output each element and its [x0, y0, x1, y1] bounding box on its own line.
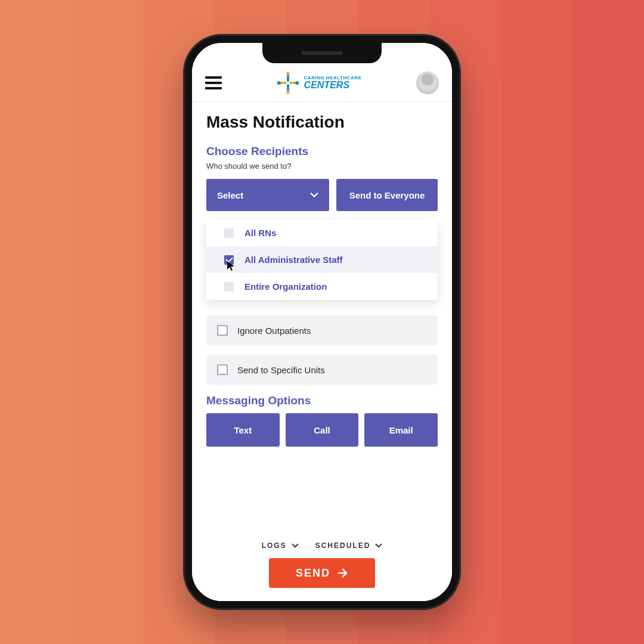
recipient-option-label: All Administrative Staff: [244, 255, 342, 265]
svg-point-3: [295, 81, 299, 85]
menu-icon[interactable]: [205, 76, 222, 89]
ignore-outpatients-toggle[interactable]: Ignore Outpatients: [206, 315, 438, 345]
messaging-call-button[interactable]: Call: [286, 413, 359, 447]
recipients-dropdown-panel: All RNs All Administrative Staff Entire …: [206, 219, 438, 300]
messaging-text-button[interactable]: Text: [206, 413, 280, 447]
ignore-outpatients-label: Ignore Outpatients: [237, 326, 311, 336]
recipients-title: Choose Recipients: [206, 145, 438, 158]
checkbox-icon: [217, 364, 228, 375]
checkbox-icon: [217, 325, 228, 336]
svg-point-2: [277, 81, 280, 85]
specific-units-label: Send to Specific Units: [237, 365, 325, 375]
recipient-option-entire-org[interactable]: Entire Organization: [206, 273, 438, 300]
brand-mark-icon: [277, 72, 299, 94]
select-recipients-dropdown[interactable]: Select: [206, 179, 329, 211]
logs-dropdown[interactable]: LOGS: [262, 541, 299, 550]
recipient-option-all-rns[interactable]: All RNs: [206, 219, 438, 246]
specific-units-toggle[interactable]: Send to Specific Units: [206, 355, 438, 385]
avatar[interactable]: [416, 72, 439, 94]
checkbox-icon: [224, 228, 234, 238]
send-button[interactable]: SEND: [269, 558, 375, 588]
phone-notch: [262, 43, 382, 63]
recipient-option-admin-staff[interactable]: All Administrative Staff: [206, 246, 438, 273]
brand-logo: CARING HEALTHCARE CENTERS: [277, 72, 362, 94]
recipient-option-label: Entire Organization: [244, 281, 327, 292]
recipients-subtitle: Who should we send to?: [206, 162, 438, 171]
scheduled-dropdown[interactable]: SCHEDULED: [315, 541, 383, 550]
chevron-down-icon: [375, 542, 382, 549]
send-to-everyone-button[interactable]: Send to Everyone: [336, 179, 438, 211]
page-title: Mass Notification: [206, 113, 438, 132]
app-header: CARING HEALTHCARE CENTERS: [192, 69, 452, 102]
select-label: Select: [217, 190, 243, 200]
chevron-down-icon: [292, 542, 299, 549]
messaging-options-title: Messaging Options: [206, 394, 438, 407]
svg-point-1: [286, 90, 290, 94]
svg-point-0: [286, 72, 290, 76]
brand-line2: CENTERS: [304, 80, 362, 90]
checkbox-checked-icon: [224, 255, 234, 265]
chevron-down-icon: [310, 191, 318, 199]
phone-frame: CARING HEALTHCARE CENTERS Mass Notificat…: [185, 36, 459, 608]
checkbox-icon: [224, 282, 234, 292]
messaging-email-button[interactable]: Email: [364, 413, 438, 447]
recipient-option-label: All RNs: [244, 228, 276, 238]
arrow-right-icon: [338, 568, 348, 578]
